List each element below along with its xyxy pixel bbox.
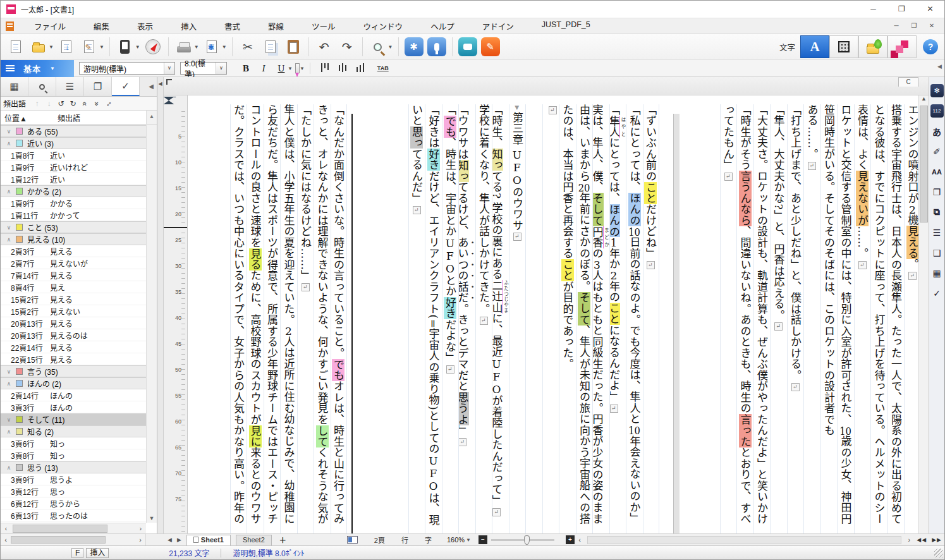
word-occurrence-row[interactable]: 3頁3行ほんの [1, 401, 146, 413]
scroll-up-arrow[interactable]: ▲ [919, 95, 929, 105]
menu-item-書式[interactable]: 書式 [210, 18, 254, 35]
word-occurrence-row[interactable]: 3頁9行思うよ [1, 473, 146, 485]
sidebar-tab-search[interactable] [28, 77, 56, 96]
insert-mode-button[interactable]: 挿入 [86, 548, 109, 558]
highlight-color-swatch[interactable] [16, 368, 23, 375]
column-word[interactable]: 頻出語 [55, 111, 146, 124]
scroll-right-arrow[interactable]: › [135, 525, 146, 532]
scroll-up-arrow[interactable]: ▲ [146, 111, 157, 124]
underline-button[interactable]: U [274, 61, 289, 75]
align-bottom-button[interactable] [353, 62, 367, 75]
scroll-left-arrow[interactable]: ‹ [1, 525, 11, 532]
expand-chevron-icon[interactable]: ∨ [4, 224, 13, 231]
menu-item-表示[interactable]: 表示 [123, 18, 167, 35]
word-occurrence-row[interactable]: 6頁12行思うから [1, 497, 146, 509]
zoom-slider[interactable] [491, 539, 554, 541]
zoom-slider-thumb[interactable] [524, 535, 530, 545]
word-group-row[interactable]: ∧ほんの (2) [1, 377, 146, 389]
single-page-icon[interactable]: ❑ [930, 246, 944, 259]
expand-all-button[interactable]: » [91, 99, 103, 108]
scroll-right-arrow[interactable]: › [135, 536, 145, 544]
word-occurrence-row[interactable]: 1頁8行近い [1, 149, 146, 161]
search-button[interactable] [367, 35, 389, 58]
scrollbar-thumb[interactable] [920, 106, 928, 222]
sidebar-horizontal-scrollbar[interactable]: ‹ › [1, 523, 146, 533]
word-occurrence-row[interactable]: 3頁6行知っ [1, 437, 146, 449]
proof-pen-icon[interactable]: ✐ [930, 145, 944, 158]
align-center-button[interactable] [336, 62, 350, 75]
document-horizontal-scrollbar[interactable] [587, 536, 901, 544]
document-page-3[interactable]: 「なんだか面倒くさいな。時生の言っていること。でもオレは、時生と山に行ってみたい… [212, 95, 350, 533]
undo-mark-button[interactable]: ↺ [55, 99, 67, 108]
word-occurrence-row[interactable]: 15頁2行見える [1, 293, 146, 305]
word-occurrence-row[interactable]: 1頁9行近いけれど [1, 161, 146, 173]
help-button[interactable]: ? [923, 39, 938, 54]
menu-item-挿入[interactable]: 挿入 [167, 18, 210, 35]
kana-input-icon[interactable]: あ [930, 125, 944, 138]
word-group-row[interactable]: ∧かかる (2) [1, 185, 146, 197]
vertical-ruler[interactable]: 51015202530354045505560657075 [164, 95, 188, 533]
sheet-tab-1[interactable]: Sheet1 [186, 535, 231, 545]
sheet-tab-2[interactable]: Sheet2 [236, 535, 272, 545]
expand-chevron-icon[interactable]: ∨ [4, 128, 13, 135]
add-sheet-button[interactable]: ＋ [276, 535, 290, 545]
zoom-dropdown[interactable]: ▼ [466, 537, 471, 543]
print-settings-button[interactable]: ✱ [200, 35, 223, 58]
collapse-chevron-icon[interactable]: ∧ [4, 188, 13, 195]
italic-button[interactable]: I [256, 61, 271, 75]
word-occurrence-row[interactable]: 20頁13行見える [1, 317, 146, 329]
collapse-chevron-icon[interactable]: ∧ [4, 380, 13, 387]
pages-container[interactable]: ↵エンジンの噴射口が2機見える。↵搭乗する宇宙飛行士は、日本人の長瀬隼人。たった… [188, 95, 918, 533]
word-occurrence-row[interactable]: 20頁13行見えるのは [1, 329, 146, 341]
voice-input-button[interactable] [427, 37, 446, 56]
copy-button[interactable] [259, 35, 282, 58]
menu-item-ウィンドウ[interactable]: ウィンドウ [350, 18, 417, 35]
check-tool-icon[interactable]: ✓ [930, 286, 944, 300]
function-key-button[interactable]: F [71, 548, 83, 558]
highlight-color-swatch[interactable] [16, 428, 23, 435]
new-document-button[interactable] [4, 35, 27, 58]
redo-button[interactable]: ↷ [336, 35, 358, 58]
copy-pages-icon[interactable]: ⧉ [930, 205, 944, 219]
redo-mark-button[interactable]: ↻ [67, 99, 79, 108]
comment-tool-button[interactable] [458, 37, 477, 56]
sidebar-vertical-scrollbar[interactable]: ▼ [146, 125, 157, 523]
doc-restore-button[interactable]: ❐ [905, 20, 923, 32]
highlight-color-swatch[interactable] [16, 236, 23, 243]
word-occurrence-row[interactable]: 22頁15行見える [1, 353, 146, 365]
menu-item-罫線[interactable]: 罫線 [254, 18, 298, 35]
menu-item-ヘルプ[interactable]: ヘルプ [417, 18, 468, 35]
close-button[interactable]: ✕ [916, 1, 944, 18]
word-group-row[interactable]: ∧見える (10) [1, 233, 146, 245]
sidebar-tab-check[interactable]: ✓ [112, 77, 140, 96]
sidebar-tab-outline[interactable]: ☰ [56, 77, 84, 96]
toolbar-collapse-arrow[interactable]: ◀ [937, 63, 942, 70]
outline-list-icon[interactable]: ☰ [930, 226, 944, 239]
paste-button[interactable] [282, 35, 305, 58]
char-count-icon[interactable]: 112 [930, 104, 944, 118]
font-size-caret[interactable]: ∨ [216, 63, 226, 74]
addon-tool-button[interactable]: ✱ [405, 37, 424, 56]
sidebar-tab-palette[interactable]: ▦ [1, 77, 28, 96]
word-group-row[interactable]: ∧近い (3) [1, 137, 146, 149]
word-occurrence-row[interactable]: 22頁14行見える [1, 341, 146, 353]
move-down-button[interactable]: ↓ [43, 99, 55, 108]
ribbon-tab-basic[interactable]: 基本 ▼ [1, 60, 74, 77]
highlight-color-swatch[interactable] [16, 224, 23, 231]
word-occurrence-row[interactable]: 3頁12行思っ [1, 485, 146, 497]
insert-object-button[interactable] [858, 35, 887, 58]
sheet-scroll-right[interactable]: ▶ [177, 537, 181, 543]
highlight-color-swatch[interactable] [16, 140, 23, 147]
sidebar-collapse-arrow[interactable]: ◀ [145, 77, 157, 96]
resize-grip[interactable] [934, 549, 943, 557]
word-occurrence-row[interactable]: 2頁14行ほんの [1, 389, 146, 401]
highlight-color-swatch[interactable] [16, 416, 23, 423]
word-group-row[interactable]: ∧思う (13) [1, 461, 146, 473]
bold-button[interactable]: B [238, 61, 253, 75]
table-mode-button[interactable] [829, 35, 858, 58]
splitter-collapse-arrow[interactable]: ◀ [157, 81, 163, 87]
word-occurrence-row[interactable]: 2頁3行見える [1, 245, 146, 257]
collapse-chevron-icon[interactable]: ∧ [4, 429, 13, 435]
highlight-color-swatch[interactable] [16, 464, 23, 471]
collapse-all-button[interactable]: « [79, 99, 91, 108]
